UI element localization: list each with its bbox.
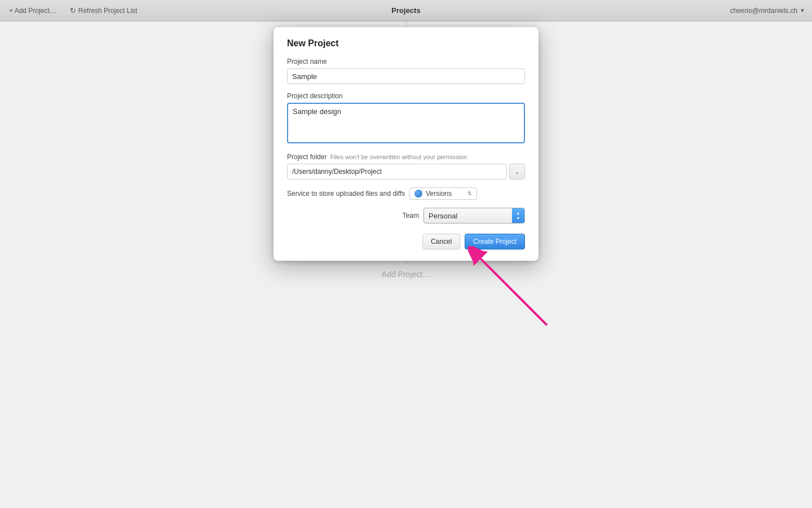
project-folder-input[interactable] <box>287 164 507 179</box>
dropdown-icon: ▼ <box>800 7 805 14</box>
refresh-label: Refresh Project List <box>78 7 138 15</box>
toolbar: + Add Project… ↻ Refresh Project List Pr… <box>0 0 812 21</box>
project-name-label: Project name <box>287 58 525 65</box>
refresh-project-button[interactable]: ↻ Refresh Project List <box>68 5 140 16</box>
refresh-icon: ↻ <box>70 6 76 15</box>
dialog-buttons: Cancel Create Project <box>287 234 525 249</box>
project-description-label: Project description <box>287 92 525 100</box>
chevron-down-icon: ⌄ <box>515 169 519 175</box>
team-select[interactable]: Personal ▲ ▼ <box>423 208 525 224</box>
project-folder-hint: Files won't be overwritten without your … <box>330 154 467 160</box>
service-group: Service to store uploaded files and diff… <box>287 187 525 200</box>
service-chevron-icon: ⇅ <box>467 191 472 196</box>
create-project-button[interactable]: Create Project <box>465 234 525 249</box>
toolbar-title: Projects <box>391 6 420 15</box>
modal-title: New Project <box>287 38 525 49</box>
team-chevron-icon: ▲ ▼ <box>512 208 524 223</box>
cancel-button[interactable]: Cancel <box>422 234 460 249</box>
project-description-input[interactable]: Sample design <box>287 103 525 143</box>
project-description-group: Project description Sample design <box>287 92 525 145</box>
service-value: Versions <box>426 190 452 198</box>
project-folder-group: Project folder Files won't be overwritte… <box>287 153 525 179</box>
team-group: Team Personal ▲ ▼ <box>287 208 525 224</box>
toolbar-left: + Add Project… ↻ Refresh Project List <box>7 5 139 16</box>
user-email: cheerio@mrdaniels.ch <box>730 7 798 15</box>
project-name-group: Project name <box>287 58 525 84</box>
project-name-input[interactable] <box>287 68 525 84</box>
toolbar-right: cheerio@mrdaniels.ch ▼ <box>730 7 805 15</box>
project-folder-label: Project folder <box>287 153 327 161</box>
service-select[interactable]: Versions ⇅ <box>409 187 477 200</box>
main-content: Add Project… New Project Project name Pr… <box>0 21 812 508</box>
team-label: Team <box>403 212 419 220</box>
service-label: Service to store uploaded files and diff… <box>287 190 405 198</box>
modal-overlay: New Project Project name Project descrip… <box>0 21 812 508</box>
add-project-button[interactable]: + Add Project… <box>7 6 59 16</box>
versions-icon <box>414 190 422 198</box>
add-project-label: + Add Project… <box>9 7 56 15</box>
folder-browse-button[interactable]: ⌄ <box>509 164 525 179</box>
new-project-dialog: New Project Project name Project descrip… <box>273 27 539 261</box>
team-value: Personal <box>429 212 520 220</box>
